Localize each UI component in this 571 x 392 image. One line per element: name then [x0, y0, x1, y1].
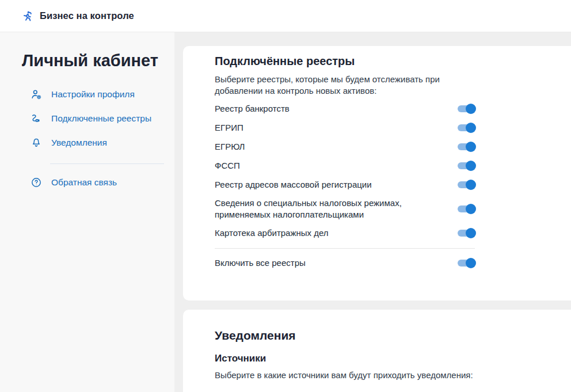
running-man-icon: [21, 10, 33, 22]
plug-icon: [31, 113, 42, 124]
sidebar-divider: [50, 163, 164, 164]
registry-toggle-list: Реестр банкротств ЕГРИП ЕГРЮЛ ФССП Реест…: [215, 99, 475, 242]
enable-all-toggle[interactable]: [458, 260, 475, 267]
registry-toggle[interactable]: [458, 105, 475, 112]
sidebar-title: Личный кабинет: [22, 52, 164, 70]
registry-label: ЕГРИП: [215, 122, 243, 134]
registry-toggle[interactable]: [458, 124, 475, 131]
user-gear-icon: [31, 89, 42, 100]
registries-divider: [215, 248, 475, 249]
sidebar: Личный кабинет Настройки профиля Подключ…: [0, 32, 174, 392]
question-circle-icon: [31, 177, 42, 188]
sidebar-item-notifications[interactable]: Уведомления: [31, 137, 164, 149]
registry-label: Реестр адресов массовой регистрации: [215, 179, 372, 191]
sidebar-item-label: Обратная связь: [51, 177, 117, 188]
sidebar-item-feedback[interactable]: Обратная связь: [31, 177, 164, 188]
registry-toggle[interactable]: [458, 162, 475, 169]
registry-toggle[interactable]: [458, 230, 475, 237]
notifications-card: Уведомления Источники Выберите в какие и…: [183, 310, 571, 392]
top-header: Бизнес на контроле: [0, 0, 571, 32]
registry-label: ЕГРЮЛ: [215, 141, 245, 153]
sidebar-item-label: Уведомления: [51, 137, 107, 149]
sidebar-nav: Настройки профиля Подключенные реестры У…: [22, 89, 164, 189]
toggle-knob: [466, 228, 476, 238]
registry-toggle[interactable]: [458, 205, 475, 212]
registry-label: Реестр банкротств: [215, 103, 290, 115]
registries-card-title: Подключённые реестры: [215, 54, 475, 68]
sources-description: Выберите в какие источники вам будут при…: [215, 370, 475, 381]
enable-all-label: Включить все реестры: [215, 257, 306, 269]
registry-row: ЕГРЮЛ: [215, 137, 475, 156]
registries-card-description: Выберите реестры, которые мы будем отсле…: [215, 74, 475, 96]
registry-toggle[interactable]: [458, 143, 475, 150]
registry-label: ФССП: [215, 160, 240, 172]
registry-row: Реестр адресов массовой регистрации: [215, 175, 475, 194]
toggle-knob: [466, 123, 476, 133]
app-title: Бизнес на контроле: [40, 10, 134, 21]
registry-row: ЕГРИП: [215, 118, 475, 137]
registry-row: Сведения о специальных налоговых режимах…: [215, 194, 475, 223]
toggle-knob: [466, 104, 476, 114]
toggle-knob: [466, 204, 476, 214]
sidebar-item-connected-registries[interactable]: Подключенные реестры: [31, 113, 164, 124]
sidebar-item-profile-settings[interactable]: Настройки профиля: [31, 89, 164, 100]
notifications-card-title: Уведомления: [215, 328, 475, 343]
registry-row: Картотека арбитражных дел: [215, 223, 475, 242]
sidebar-item-label: Настройки профиля: [51, 89, 135, 100]
bell-icon: [31, 137, 42, 149]
registry-label: Картотека арбитражных дел: [215, 227, 329, 239]
toggle-knob: [466, 142, 476, 152]
sidebar-item-label: Подключенные реестры: [51, 113, 151, 124]
connected-registries-card: Подключённые реестры Выберите реестры, к…: [183, 46, 571, 300]
registry-row: Реестр банкротств: [215, 99, 475, 118]
registry-label: Сведения о специальных налоговых режимах…: [215, 197, 445, 220]
enable-all-row: Включить все реестры: [215, 251, 475, 272]
toggle-knob: [466, 161, 476, 171]
registry-toggle[interactable]: [458, 181, 475, 188]
registry-row: ФССП: [215, 156, 475, 175]
sources-subtitle: Источники: [215, 353, 475, 364]
toggle-knob: [466, 258, 476, 268]
toggle-knob: [466, 180, 476, 190]
app-brand[interactable]: Бизнес на контроле: [21, 10, 134, 22]
